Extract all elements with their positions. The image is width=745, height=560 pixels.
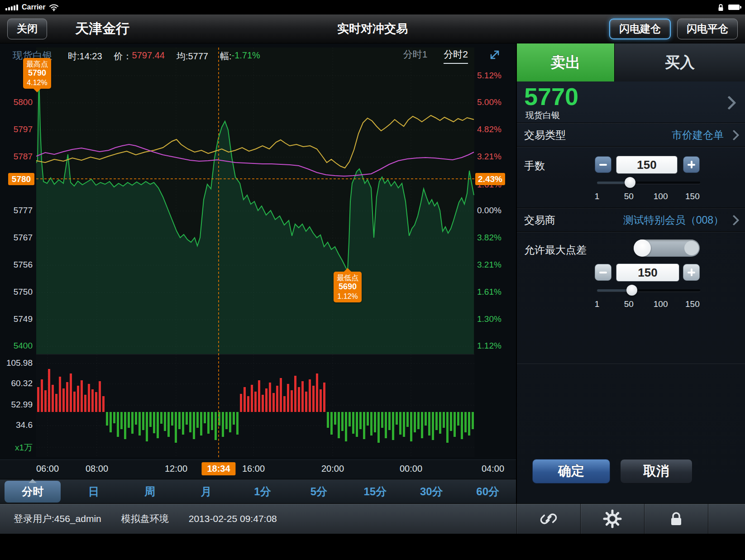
period-tab[interactable]: 月: [178, 479, 234, 504]
y-axis-label: 5750: [1, 287, 33, 297]
time-axis-label: 16:00: [242, 464, 265, 474]
lots-input[interactable]: [616, 156, 678, 174]
quote-range-value: -1.71%: [232, 50, 260, 62]
tab-sell[interactable]: 卖出: [517, 43, 614, 81]
y-axis-label: 105.98: [1, 358, 33, 368]
cancel-button[interactable]: 取消: [620, 459, 692, 483]
quote-price-label: 价：: [114, 50, 132, 62]
footer-spacer: [708, 504, 745, 534]
y-axis-label: 5756: [1, 260, 33, 270]
y-axis-label: 60.32: [1, 378, 33, 388]
wifi-icon: [49, 4, 59, 11]
broker-value[interactable]: 测试特别会员（008）: [623, 213, 724, 227]
chevron-right-icon: [728, 215, 739, 225]
trade-type-row[interactable]: 交易类型 市价建仓单: [517, 123, 745, 147]
chevron-right-icon: [728, 129, 739, 140]
chart-panel: 现货白银 时:14:23 价：5797.44 均:5777 幅:-1.71% 分…: [0, 43, 516, 503]
login-user: 登录用户:456_admin: [14, 512, 101, 525]
spread-plus-button[interactable]: [683, 264, 700, 281]
pct-crosshair-badge: 2.43%: [475, 173, 505, 185]
slider-tick: 150: [685, 191, 700, 201]
current-price: 5770: [524, 82, 578, 110]
environment-label: 模拟盘环境: [121, 512, 169, 525]
right-axis: 5.12%5.00%4.82%3.21%1.61%0.00%3.82%3.21%…: [476, 43, 515, 503]
lots-plus-button[interactable]: [683, 156, 700, 173]
spread-input[interactable]: [616, 263, 679, 282]
chart-view-tabs: 分时1分时2: [403, 48, 468, 64]
close-button[interactable]: 关闭: [7, 19, 47, 39]
trade-type-label: 交易类型: [524, 128, 566, 142]
pct-axis-label: 3.82%: [477, 233, 501, 243]
y-axis-label: 5767: [1, 233, 33, 243]
chevron-right-icon[interactable]: [722, 96, 736, 110]
slider-tick: 1: [595, 191, 600, 201]
battery-icon: [728, 5, 740, 10]
period-tab[interactable]: 60分: [460, 479, 516, 504]
datetime-label: 2013-02-25 09:47:08: [189, 513, 277, 524]
max-spread-toggle[interactable]: [634, 239, 700, 257]
time-axis-label: 08:00: [86, 464, 108, 474]
link-icon: [539, 509, 559, 529]
confirm-button[interactable]: 确定: [532, 459, 610, 483]
y-axis-label: 52.99: [1, 400, 33, 410]
period-tab[interactable]: 5分: [291, 479, 347, 504]
period-tab[interactable]: 日: [65, 479, 121, 504]
y-axis-label: 5797: [1, 124, 33, 134]
cell-signal-icon: [5, 4, 18, 10]
y-axis-label: 34.6: [1, 420, 33, 430]
price-chart: [36, 48, 474, 457]
spread-slider-ticks: 150100150: [517, 299, 745, 310]
slider-tick: 1: [595, 299, 600, 309]
pct-axis-label: 1.12%: [477, 341, 501, 351]
chart-view-tab-1[interactable]: 分时1: [403, 48, 428, 64]
pct-axis-label: 1.61%: [477, 287, 501, 297]
price-row[interactable]: 5770 现货白银: [517, 81, 745, 123]
broker-row[interactable]: 交易商 测试特别会员（008）: [517, 208, 745, 232]
footer-bar: 登录用户:456_admin 模拟盘环境 2013-02-25 09:47:08: [0, 503, 745, 534]
period-tab-bar: 分时日周月1分5分15分30分60分: [0, 479, 516, 504]
time-axis-label: 04:00: [482, 464, 504, 474]
chart-annotation: 最高点57904.12%: [23, 58, 51, 89]
app-brand: 天津金行: [75, 19, 129, 38]
lock-icon: [666, 509, 686, 529]
lots-section: 手数 150100150: [517, 147, 745, 208]
link-button[interactable]: [516, 504, 580, 534]
pct-axis-label: 5.00%: [477, 97, 501, 107]
spread-minus-button[interactable]: [595, 264, 611, 281]
chart-view-tab-2[interactable]: 分时2: [444, 48, 468, 64]
y-axis-label: 5800: [1, 97, 33, 107]
gear-icon: [602, 509, 622, 529]
price-crosshair-badge: 5780: [8, 173, 34, 185]
time-axis-label: 12:00: [165, 464, 187, 474]
period-tab[interactable]: 周: [122, 479, 178, 504]
quote-time: 时:14:23: [68, 50, 102, 62]
price-instrument: 现货白银: [525, 110, 560, 121]
spread-slider-thumb[interactable]: [626, 285, 637, 296]
quote-range-label: 幅:: [220, 50, 232, 62]
slider-tick: 50: [624, 191, 634, 201]
main-content: 现货白银 时:14:23 价：5797.44 均:5777 幅:-1.71% 分…: [0, 43, 745, 503]
pct-axis-label: 4.82%: [477, 124, 501, 134]
flash-close-button[interactable]: 闪电平仓: [677, 19, 738, 39]
lots-minus-button[interactable]: [595, 156, 611, 173]
trade-type-value[interactable]: 市价建仓单: [672, 128, 724, 142]
toggle-track-knob: [684, 241, 699, 255]
lock-button[interactable]: [644, 504, 708, 534]
slider-tick: 150: [685, 299, 700, 309]
flash-open-button[interactable]: 闪电建仓: [609, 19, 671, 39]
lots-slider-thumb[interactable]: [625, 177, 635, 188]
tab-buy[interactable]: 买入: [614, 43, 745, 81]
time-crosshair-badge: 18:34: [201, 462, 235, 475]
y-axis-label: 5787: [1, 152, 33, 162]
period-tab[interactable]: 30分: [403, 479, 459, 504]
pct-axis-label: 3.21%: [477, 152, 501, 162]
settings-button[interactable]: [580, 504, 644, 534]
period-tab[interactable]: 分时: [5, 481, 61, 503]
toggle-knob[interactable]: [634, 239, 651, 257]
expand-icon[interactable]: [489, 49, 501, 61]
lots-label: 手数: [524, 159, 545, 173]
left-axis: 5958005797578757775767575657505749540010…: [0, 43, 35, 503]
period-tab[interactable]: 1分: [234, 479, 291, 504]
period-tab[interactable]: 15分: [347, 479, 403, 504]
y-axis-label: 5749: [1, 314, 33, 324]
